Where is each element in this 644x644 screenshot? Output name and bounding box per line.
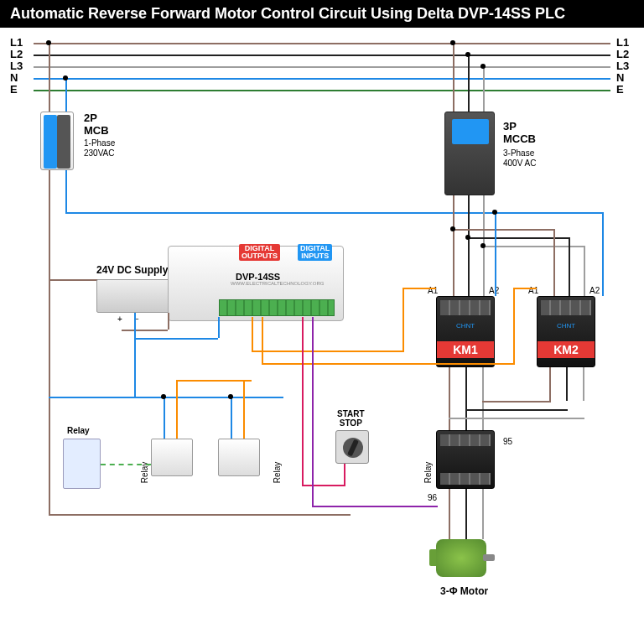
- plc-terminals: [219, 299, 335, 316]
- ovr-96: 96: [428, 493, 437, 502]
- node-f: [492, 210, 497, 215]
- wire-L1-to-mcb: [49, 43, 50, 112]
- wire-km2-to-ovr2: [465, 409, 568, 411]
- rail-N: [34, 78, 610, 80]
- wire-L1-mccb: [453, 43, 454, 112]
- relay-box-2: [218, 439, 260, 476]
- wire-relay1-blue: [164, 397, 165, 439]
- wire-mccb-out2: [468, 195, 470, 296]
- plc-dout-tag: DIGITAL OUTPUTS: [239, 244, 280, 261]
- rail-label-L3-right: L3: [616, 60, 629, 72]
- node-N-mcb: [63, 75, 68, 80]
- wire-din1-v: [302, 317, 304, 485]
- wire-km1-ovr3: [482, 367, 484, 430]
- rail-label-L3-left: L3: [10, 60, 23, 72]
- wire-km2-d3: [584, 246, 585, 296]
- rail-L1: [34, 43, 610, 44]
- wire-mccb-out1: [453, 195, 454, 296]
- mccb-label: 3P MCCB: [503, 120, 536, 145]
- wire-plc-out2-up: [513, 288, 515, 365]
- wire-km1-ovr2: [465, 367, 467, 430]
- relay-ice-label: Relay: [67, 426, 90, 435]
- wire-psu-plc-brown: [122, 330, 168, 331]
- wire-interlock-dashed: [101, 464, 151, 465]
- mcb-label: 2P MCB: [84, 112, 109, 137]
- rail-label-N-left: N: [10, 71, 18, 84]
- wire-N-to-km-a2: [65, 212, 602, 214]
- rail-L3: [34, 66, 610, 68]
- wire-km2-br1: [453, 229, 553, 231]
- mcb-sub1: 1-Phase: [84, 138, 115, 148]
- wire-24v-blue-bus: [134, 313, 136, 397]
- rail-label-L1-right: L1: [616, 36, 629, 49]
- wire-L3-mccb: [483, 66, 485, 112]
- wire-km1-ovr1: [449, 367, 450, 430]
- wire-relay1-or: [176, 380, 178, 439]
- wire-relay2-or: [243, 380, 245, 439]
- wire-L-to-psu: [49, 279, 99, 281]
- selector-start-stop[interactable]: [335, 430, 369, 464]
- rail-E: [34, 90, 610, 91]
- wire-km2-d2: [569, 237, 570, 296]
- mcb-2p: [40, 112, 74, 170]
- km2-a2: A2: [589, 286, 600, 295]
- plc-din-tag: DIGITAL INPUTS: [298, 244, 332, 261]
- rail-label-L2-left: L2: [10, 48, 23, 60]
- node-L2-mccb: [465, 52, 470, 57]
- wire-plc-out2-v: [262, 317, 263, 363]
- wire-plc-out1-up: [402, 288, 404, 352]
- node-c: [450, 226, 455, 231]
- wire-mcb-out-L: [49, 170, 50, 279]
- relay-ice-cube: [63, 439, 101, 489]
- wire-km2-d1: [553, 229, 555, 296]
- overload-relay: [436, 430, 495, 489]
- selector-label: START STOP: [337, 409, 365, 428]
- mccb-sub1: 3-Phase: [503, 148, 534, 158]
- wire-din2-v: [312, 317, 314, 506]
- rail-label-E-left: E: [10, 83, 18, 96]
- relay2-label: Relay: [273, 462, 282, 484]
- wire-plc-out2-h: [262, 363, 513, 365]
- wire-plc-out1-a1: [402, 288, 436, 289]
- rail-label-N-right: N: [616, 71, 624, 84]
- wire-L2-mccb: [468, 55, 470, 112]
- ovr-relay-label: Relay: [423, 462, 433, 484]
- km2-brand: CHNT: [538, 322, 595, 330]
- motor-body-icon: [436, 539, 486, 577]
- wire-km2-ovr2: [566, 367, 568, 401]
- contactor-km2: CHNT KM2: [537, 296, 595, 367]
- contactor-km1: CHNT KM1: [436, 296, 495, 367]
- wire-km2-to-ovr3: [449, 418, 584, 419]
- wire-n-km2a2: [602, 212, 604, 296]
- rail-label-L1-left: L1: [10, 36, 23, 49]
- psu-plus: +: [117, 314, 122, 324]
- psu-label: 24V DC Supply: [96, 264, 168, 276]
- wire-ovr-motor3: [482, 489, 484, 539]
- node-d: [465, 235, 470, 240]
- wire-km2-ovr1: [549, 367, 551, 401]
- km2-label: KM2: [538, 341, 595, 358]
- wire-din2-h: [312, 506, 438, 507]
- wire-mcb-out-N: [65, 170, 67, 212]
- node-b: [228, 394, 233, 399]
- node-L1-mccb: [450, 40, 455, 45]
- wire-ovr-motor1: [449, 489, 450, 539]
- wire-km2-to-ovr1: [482, 401, 551, 402]
- ovr-95: 95: [503, 437, 512, 446]
- node-e: [480, 243, 486, 248]
- wire-plc-out1-h: [252, 351, 402, 352]
- relay-box-1: [151, 439, 193, 476]
- wire-km2-ovr3: [583, 367, 584, 401]
- mccb-3p: [444, 112, 495, 195]
- diagram-canvas: L1 L2 L3 N E L1 L2 L3 N E 2P MCB 1-Phase…: [0, 28, 644, 644]
- mcb-sub2: 230VAC: [84, 148, 115, 158]
- wire-psu-plc-brown-v: [168, 313, 169, 330]
- rail-L2: [34, 55, 610, 56]
- wire-din1-sel: [344, 464, 345, 486]
- node-a: [161, 394, 166, 399]
- rail-label-L2-right: L2: [616, 48, 629, 60]
- wire-din1-h: [302, 485, 344, 486]
- wire-plc-out1-v: [252, 317, 253, 351]
- wire-psu-plc-blue-v: [218, 317, 220, 338]
- wire-plc-out2-a1: [513, 288, 537, 289]
